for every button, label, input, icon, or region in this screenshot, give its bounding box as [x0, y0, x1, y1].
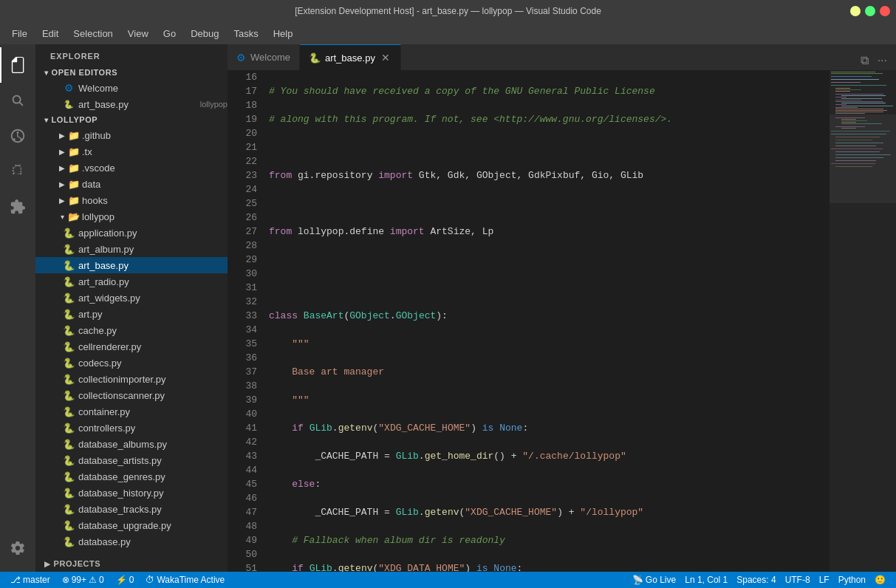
tab-art-base[interactable]: 🐍 art_base.py ✕ [300, 44, 401, 70]
tab-welcome[interactable]: ⚙ Welcome [228, 44, 300, 70]
status-errors[interactable]: ⊗ 99+ ⚠ 0 [58, 572, 109, 588]
file-codecs[interactable]: 🐍 codecs.py [35, 355, 228, 371]
file-database[interactable]: 🐍 database.py [35, 533, 228, 550]
menu-go[interactable]: Go [157, 25, 182, 42]
file-container[interactable]: 🐍 container.py [35, 403, 228, 420]
menu-help[interactable]: Help [267, 25, 299, 42]
svg-rect-21 [835, 107, 858, 108]
folder-github[interactable]: ▶ 📁 .github [35, 127, 228, 143]
status-position[interactable]: Ln 1, Col 1 [680, 575, 732, 585]
golive-icon: 📡 [632, 575, 643, 585]
maximize-button[interactable] [865, 6, 875, 16]
status-lightning[interactable]: ⚡ 0 [112, 572, 139, 588]
close-button[interactable] [880, 6, 890, 16]
file-database-label: database.py [78, 536, 228, 547]
split-editor-button[interactable]: ⧉ [858, 51, 872, 70]
file-database-upgrade[interactable]: 🐍 database_upgrade.py [35, 517, 228, 533]
folder-tx[interactable]: ▶ 📁 .tx [35, 143, 228, 160]
status-branch[interactable]: ⎇ master [6, 572, 55, 588]
file-database-albums[interactable]: 🐍 database_albums.py [35, 436, 228, 452]
menu-edit[interactable]: Edit [36, 25, 64, 42]
svg-rect-13 [841, 95, 886, 96]
open-editors-section[interactable]: ▾ OPEN EDITORS [35, 65, 228, 80]
menu-selection[interactable]: Selection [67, 25, 118, 42]
spaces-label: Spaces: 4 [736, 575, 776, 585]
menu-view[interactable]: View [122, 25, 154, 42]
file-art-widgets[interactable]: 🐍 art_widgets.py [35, 290, 228, 306]
status-encoding[interactable]: UTF-8 [781, 575, 815, 585]
file-database-artists-label: database_artists.py [78, 455, 228, 466]
folder-arrow: ▶ [56, 164, 68, 172]
welcome-label: Welcome [78, 83, 228, 94]
smiley-icon: 🙂 [875, 575, 886, 585]
folder-data[interactable]: ▶ 📁 data [35, 176, 228, 192]
status-language[interactable]: Python [834, 575, 870, 585]
more-actions-button[interactable]: ··· [875, 51, 890, 70]
file-collectionscanner[interactable]: 🐍 collectionscanner.py [35, 387, 228, 403]
minimize-button[interactable] [850, 6, 861, 16]
py-file-icon: 🐍 [62, 439, 75, 450]
projects-section[interactable]: ▶ PROJECTS [35, 555, 228, 572]
folder-icon: 📁 [68, 130, 80, 141]
tab-art-base-icon: 🐍 [309, 52, 321, 64]
svg-rect-18 [841, 103, 886, 103]
py-file-icon: 🐍 [62, 406, 75, 417]
file-codecs-label: codecs.py [78, 358, 228, 369]
folder-arrow: ▶ [56, 148, 68, 156]
tab-art-base-label: art_base.py [325, 52, 375, 64]
py-file-icon-active: 🐍 [62, 260, 75, 271]
open-editor-art-base[interactable]: 🐍 art_base.py lollypop [35, 96, 228, 112]
status-spaces[interactable]: Spaces: 4 [732, 575, 780, 585]
file-database-artists[interactable]: 🐍 database_artists.py [35, 452, 228, 468]
clock-icon: ⏱ [146, 575, 154, 585]
menu-file[interactable]: File [6, 25, 33, 42]
folder-open-arrow: ▾ [56, 213, 68, 221]
activity-explorer[interactable] [0, 47, 35, 83]
folder-vscode[interactable]: ▶ 📁 .vscode [35, 160, 228, 176]
status-smiley[interactable]: 🙂 [870, 575, 890, 585]
status-wakatime[interactable]: ⏱ WakaTime Active [141, 572, 229, 588]
file-database-genres[interactable]: 🐍 database_genres.py [35, 468, 228, 485]
file-art-base[interactable]: 🐍 art_base.py [35, 257, 228, 273]
folder-hooks[interactable]: ▶ 📁 hooks [35, 192, 228, 208]
file-art[interactable]: 🐍 art.py [35, 306, 228, 322]
activity-settings[interactable] [0, 530, 35, 566]
file-controllers[interactable]: 🐍 controllers.py [35, 420, 228, 436]
activity-search[interactable] [0, 83, 35, 118]
menu-tasks[interactable]: Tasks [228, 25, 264, 42]
status-eol[interactable]: LF [815, 575, 834, 585]
minimap[interactable] [830, 70, 896, 572]
sidebar: EXPLORER ▾ OPEN EDITORS ⚙ Welcome 🐍 art_… [35, 44, 228, 572]
open-editors-arrow: ▾ [44, 69, 49, 77]
folder-icon: 📁 [68, 163, 80, 174]
status-golive[interactable]: 📡 Go Live [628, 575, 680, 585]
tab-welcome-icon: ⚙ [236, 52, 246, 64]
file-application[interactable]: 🐍 application.py [35, 225, 228, 241]
svg-rect-8 [831, 85, 886, 86]
svg-point-1 [13, 138, 16, 140]
encoding-label: UTF-8 [785, 575, 810, 585]
svg-rect-3 [831, 72, 875, 72]
lollypop-label: LOLLYPOP [52, 115, 98, 124]
file-art-radio[interactable]: 🐍 art_radio.py [35, 273, 228, 290]
file-database-history[interactable]: 🐍 database_history.py [35, 485, 228, 501]
lollypop-section[interactable]: ▾ LOLLYPOP [35, 112, 228, 127]
activity-extensions[interactable] [0, 189, 35, 225]
activity-bottom [0, 530, 35, 572]
tab-close-button[interactable]: ✕ [380, 52, 391, 64]
tab-bar: ⚙ Welcome 🐍 art_base.py ✕ ⧉ ··· [228, 44, 896, 70]
activity-debug[interactable] [0, 154, 35, 189]
menu-debug[interactable]: Debug [185, 25, 225, 42]
file-database-albums-label: database_albums.py [78, 439, 228, 450]
file-cache[interactable]: 🐍 cache.py [35, 322, 228, 338]
open-editor-welcome[interactable]: ⚙ Welcome [35, 80, 228, 96]
file-art-album[interactable]: 🐍 art_album.py [35, 241, 228, 257]
code-content[interactable]: # You should have received a copy of the… [263, 70, 830, 572]
file-collectionimporter[interactable]: 🐍 collectionimporter.py [35, 371, 228, 387]
activity-git[interactable] [0, 118, 35, 154]
folder-icon: 📁 [68, 179, 80, 190]
folder-lollypop[interactable]: ▾ 📂 lollypop [35, 208, 228, 225]
warning-count: 0 [99, 575, 104, 585]
file-cellrenderer[interactable]: 🐍 cellrenderer.py [35, 338, 228, 355]
file-database-tracks[interactable]: 🐍 database_tracks.py [35, 501, 228, 517]
